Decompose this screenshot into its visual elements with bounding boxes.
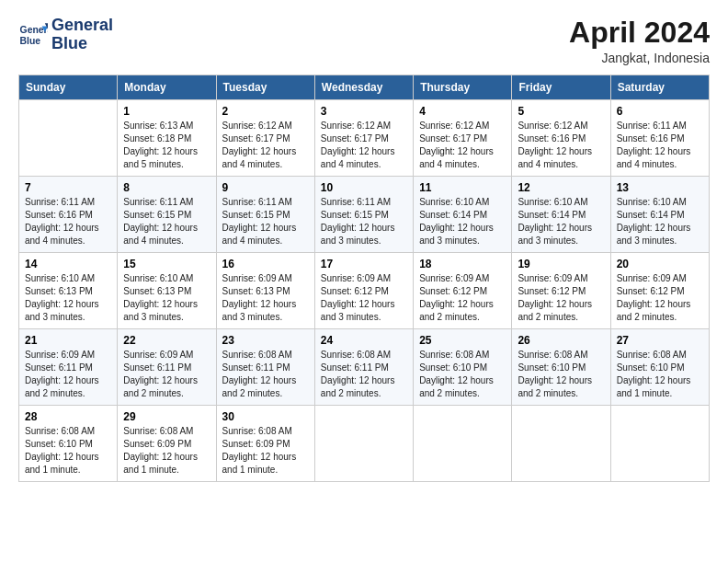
day-info: Sunrise: 6:09 AMSunset: 6:11 PMDaylight:… bbox=[25, 349, 111, 400]
calendar-cell: 2Sunrise: 6:12 AMSunset: 6:17 PMDaylight… bbox=[216, 100, 314, 177]
day-info: Sunrise: 6:11 AMSunset: 6:15 PMDaylight:… bbox=[123, 196, 210, 247]
calendar-cell: 16Sunrise: 6:09 AMSunset: 6:13 PMDayligh… bbox=[216, 253, 314, 329]
day-number: 10 bbox=[321, 181, 407, 194]
calendar-cell: 18Sunrise: 6:09 AMSunset: 6:12 PMDayligh… bbox=[414, 253, 512, 329]
svg-text:Blue: Blue bbox=[20, 35, 41, 45]
calendar-cell: 10Sunrise: 6:11 AMSunset: 6:15 PMDayligh… bbox=[314, 177, 413, 253]
day-number: 4 bbox=[419, 105, 506, 118]
calendar-cell: 28Sunrise: 6:08 AMSunset: 6:10 PMDayligh… bbox=[19, 406, 118, 482]
day-number: 15 bbox=[123, 258, 210, 270]
day-info: Sunrise: 6:08 AMSunset: 6:11 PMDaylight:… bbox=[321, 349, 407, 400]
header-monday: Monday bbox=[118, 75, 216, 100]
calendar-week-row: 28Sunrise: 6:08 AMSunset: 6:10 PMDayligh… bbox=[19, 406, 710, 482]
subtitle: Jangkat, Indonesia bbox=[569, 51, 710, 65]
calendar-cell: 11Sunrise: 6:10 AMSunset: 6:14 PMDayligh… bbox=[414, 177, 512, 253]
day-number: 22 bbox=[123, 334, 210, 347]
day-number: 11 bbox=[419, 181, 506, 194]
day-number: 5 bbox=[518, 105, 604, 118]
calendar-cell: 5Sunrise: 6:12 AMSunset: 6:16 PMDaylight… bbox=[512, 100, 610, 177]
calendar-cell bbox=[314, 406, 413, 482]
calendar-week-row: 1Sunrise: 6:13 AMSunset: 6:18 PMDaylight… bbox=[19, 100, 710, 177]
day-info: Sunrise: 6:09 AMSunset: 6:12 PMDaylight:… bbox=[617, 272, 703, 324]
calendar-cell: 15Sunrise: 6:10 AMSunset: 6:13 PMDayligh… bbox=[118, 253, 216, 329]
header-thursday: Thursday bbox=[414, 75, 512, 100]
day-info: Sunrise: 6:09 AMSunset: 6:12 PMDaylight:… bbox=[321, 272, 407, 324]
calendar-cell: 13Sunrise: 6:10 AMSunset: 6:14 PMDayligh… bbox=[610, 177, 709, 253]
calendar-cell: 19Sunrise: 6:09 AMSunset: 6:12 PMDayligh… bbox=[512, 253, 610, 329]
day-info: Sunrise: 6:12 AMSunset: 6:17 PMDaylight:… bbox=[419, 120, 506, 171]
calendar-cell: 27Sunrise: 6:08 AMSunset: 6:10 PMDayligh… bbox=[610, 329, 709, 406]
page: General Blue General Blue April 2024 Jan… bbox=[0, 0, 728, 563]
day-info: Sunrise: 6:12 AMSunset: 6:16 PMDaylight:… bbox=[518, 120, 604, 171]
day-number: 14 bbox=[25, 258, 111, 270]
header-saturday: Saturday bbox=[610, 75, 709, 100]
header-row: Sunday Monday Tuesday Wednesday Thursday… bbox=[19, 75, 710, 100]
title-block: April 2024 Jangkat, Indonesia bbox=[569, 17, 710, 65]
calendar-cell: 25Sunrise: 6:08 AMSunset: 6:10 PMDayligh… bbox=[414, 329, 512, 406]
day-info: Sunrise: 6:09 AMSunset: 6:12 PMDaylight:… bbox=[419, 272, 506, 324]
day-number: 25 bbox=[419, 334, 506, 347]
day-number: 19 bbox=[518, 258, 604, 270]
day-info: Sunrise: 6:08 AMSunset: 6:09 PMDaylight:… bbox=[123, 425, 210, 477]
day-info: Sunrise: 6:09 AMSunset: 6:12 PMDaylight:… bbox=[518, 272, 604, 324]
day-info: Sunrise: 6:08 AMSunset: 6:09 PMDaylight:… bbox=[222, 425, 309, 477]
calendar-cell: 29Sunrise: 6:08 AMSunset: 6:09 PMDayligh… bbox=[118, 406, 216, 482]
day-number: 21 bbox=[25, 334, 111, 347]
day-info: Sunrise: 6:08 AMSunset: 6:10 PMDaylight:… bbox=[419, 349, 506, 400]
day-info: Sunrise: 6:12 AMSunset: 6:17 PMDaylight:… bbox=[321, 120, 407, 171]
calendar-cell: 3Sunrise: 6:12 AMSunset: 6:17 PMDaylight… bbox=[314, 100, 413, 177]
header-friday: Friday bbox=[512, 75, 610, 100]
day-number: 13 bbox=[617, 181, 703, 194]
calendar-cell: 22Sunrise: 6:09 AMSunset: 6:11 PMDayligh… bbox=[118, 329, 216, 406]
logo: General Blue General Blue bbox=[18, 17, 113, 53]
day-info: Sunrise: 6:10 AMSunset: 6:13 PMDaylight:… bbox=[123, 272, 210, 324]
day-number: 16 bbox=[222, 258, 309, 270]
calendar-cell: 17Sunrise: 6:09 AMSunset: 6:12 PMDayligh… bbox=[314, 253, 413, 329]
day-number: 9 bbox=[222, 181, 309, 194]
calendar-cell bbox=[19, 100, 118, 177]
calendar-cell: 1Sunrise: 6:13 AMSunset: 6:18 PMDaylight… bbox=[118, 100, 216, 177]
day-info: Sunrise: 6:08 AMSunset: 6:11 PMDaylight:… bbox=[222, 349, 309, 400]
day-number: 24 bbox=[321, 334, 407, 347]
calendar-cell: 7Sunrise: 6:11 AMSunset: 6:16 PMDaylight… bbox=[19, 177, 118, 253]
calendar-cell: 24Sunrise: 6:08 AMSunset: 6:11 PMDayligh… bbox=[314, 329, 413, 406]
day-number: 30 bbox=[222, 410, 309, 423]
day-info: Sunrise: 6:10 AMSunset: 6:14 PMDaylight:… bbox=[518, 196, 604, 247]
calendar-cell: 9Sunrise: 6:11 AMSunset: 6:15 PMDaylight… bbox=[216, 177, 314, 253]
day-number: 8 bbox=[123, 181, 210, 194]
logo-text: General Blue bbox=[51, 17, 113, 53]
day-info: Sunrise: 6:11 AMSunset: 6:15 PMDaylight:… bbox=[321, 196, 407, 247]
day-number: 29 bbox=[123, 410, 210, 423]
day-info: Sunrise: 6:10 AMSunset: 6:14 PMDaylight:… bbox=[617, 196, 703, 247]
day-number: 12 bbox=[518, 181, 604, 194]
calendar-cell bbox=[610, 406, 709, 482]
day-info: Sunrise: 6:10 AMSunset: 6:13 PMDaylight:… bbox=[25, 272, 111, 324]
day-number: 17 bbox=[321, 258, 407, 270]
calendar-week-row: 21Sunrise: 6:09 AMSunset: 6:11 PMDayligh… bbox=[19, 329, 710, 406]
day-number: 20 bbox=[617, 258, 703, 270]
day-number: 23 bbox=[222, 334, 309, 347]
header-sunday: Sunday bbox=[19, 75, 118, 100]
calendar-table: Sunday Monday Tuesday Wednesday Thursday… bbox=[18, 75, 710, 482]
day-info: Sunrise: 6:13 AMSunset: 6:18 PMDaylight:… bbox=[123, 120, 210, 171]
header: General Blue General Blue April 2024 Jan… bbox=[18, 17, 710, 65]
calendar-cell: 8Sunrise: 6:11 AMSunset: 6:15 PMDaylight… bbox=[118, 177, 216, 253]
day-info: Sunrise: 6:10 AMSunset: 6:14 PMDaylight:… bbox=[419, 196, 506, 247]
calendar-cell: 23Sunrise: 6:08 AMSunset: 6:11 PMDayligh… bbox=[216, 329, 314, 406]
day-number: 7 bbox=[25, 181, 111, 194]
calendar-cell: 14Sunrise: 6:10 AMSunset: 6:13 PMDayligh… bbox=[19, 253, 118, 329]
logo-icon: General Blue bbox=[18, 20, 48, 50]
calendar-cell: 30Sunrise: 6:08 AMSunset: 6:09 PMDayligh… bbox=[216, 406, 314, 482]
day-number: 1 bbox=[123, 105, 210, 118]
day-info: Sunrise: 6:08 AMSunset: 6:10 PMDaylight:… bbox=[518, 349, 604, 400]
main-title: April 2024 bbox=[569, 17, 710, 49]
day-info: Sunrise: 6:08 AMSunset: 6:10 PMDaylight:… bbox=[25, 425, 111, 477]
day-info: Sunrise: 6:11 AMSunset: 6:16 PMDaylight:… bbox=[25, 196, 111, 247]
day-info: Sunrise: 6:08 AMSunset: 6:10 PMDaylight:… bbox=[617, 349, 703, 400]
calendar-cell: 26Sunrise: 6:08 AMSunset: 6:10 PMDayligh… bbox=[512, 329, 610, 406]
calendar-cell bbox=[512, 406, 610, 482]
day-info: Sunrise: 6:09 AMSunset: 6:11 PMDaylight:… bbox=[123, 349, 210, 400]
header-wednesday: Wednesday bbox=[314, 75, 413, 100]
day-info: Sunrise: 6:09 AMSunset: 6:13 PMDaylight:… bbox=[222, 272, 309, 324]
calendar-cell: 20Sunrise: 6:09 AMSunset: 6:12 PMDayligh… bbox=[610, 253, 709, 329]
